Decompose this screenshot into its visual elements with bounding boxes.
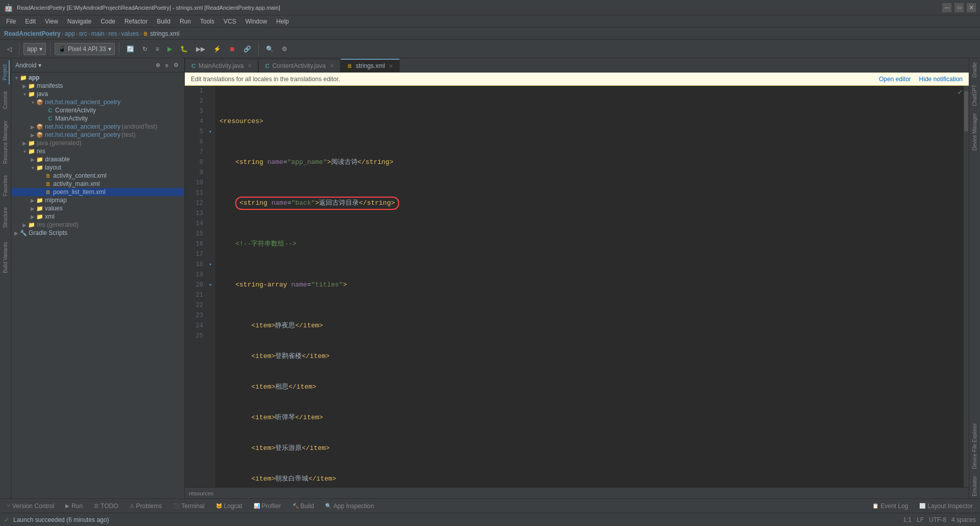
menu-tools[interactable]: Tools xyxy=(196,17,218,26)
sidebar-item-commit[interactable]: Commit xyxy=(2,87,9,113)
tree-item-net-test[interactable]: ▶ 📦 net.hxl.read_ancient_poetry (test) xyxy=(11,131,184,139)
sidebar-item-favorites[interactable]: Favorites xyxy=(2,171,9,200)
tab-strings-xml-close[interactable]: ✕ xyxy=(389,63,393,69)
sidebar-item-device-manager[interactable]: Device Manager xyxy=(971,111,978,153)
toolbar: ◁ app ▾ 📱 Pixel 4 API 33 ▾ 🔄 ↻ ≡ ▶ 🐛 ▶▶ … xyxy=(0,40,980,58)
minimize-button[interactable]: ─ xyxy=(942,3,951,12)
status-position[interactable]: 1:1 xyxy=(903,516,912,523)
path-project[interactable]: ReadAncientPoetry xyxy=(4,30,61,37)
tree-item-net-main[interactable]: ▾ 📦 net.hxl.read_ancient_poetry xyxy=(11,98,184,106)
fold-arrow-17[interactable]: ▾ xyxy=(207,261,213,268)
tab-main-activity[interactable]: C MainActivity.java ✕ xyxy=(185,59,258,72)
tree-item-res[interactable]: ▾ 📁 res xyxy=(11,147,184,155)
tree-item-mipmap[interactable]: ▶ 📁 mipmap xyxy=(11,196,184,204)
close-button[interactable]: ✕ xyxy=(967,3,976,12)
bottom-tab-logcat[interactable]: 🐱 Logcat xyxy=(211,500,248,512)
sidebar-item-gradle[interactable]: Gradle xyxy=(971,60,978,80)
bottom-tab-version-control[interactable]: ⑂ Version Control xyxy=(2,500,59,512)
profile-button[interactable]: ⚡ xyxy=(210,44,224,54)
search-everywhere-button[interactable]: 🔍 xyxy=(263,44,277,54)
tree-item-activity-main-xml[interactable]: ▶ 🗎 activity_main.xml xyxy=(11,180,184,188)
path-app[interactable]: app xyxy=(65,30,75,37)
debug-button[interactable]: 🐛 xyxy=(177,44,191,54)
menu-build[interactable]: Build xyxy=(153,17,175,26)
status-indent[interactable]: 4 spaces xyxy=(951,516,976,523)
menu-edit[interactable]: Edit xyxy=(21,17,40,26)
options-button[interactable]: ⚙ xyxy=(172,61,180,69)
sidebar-item-project[interactable]: Project xyxy=(1,60,10,84)
bottom-tab-event-log[interactable]: 📋 Event Log xyxy=(867,500,913,512)
tree-item-res-gen[interactable]: ▶ 📁 res (generated) xyxy=(11,221,184,229)
menu-run[interactable]: Run xyxy=(176,17,195,26)
build-variants-button[interactable]: ≡ xyxy=(153,44,162,54)
code-content[interactable]: <resources> <string name="app_name">阅读古诗… xyxy=(215,86,964,487)
bottom-tab-problems[interactable]: ⚠ Problems xyxy=(125,500,167,512)
back-navigation-button[interactable]: ◁ xyxy=(4,44,15,54)
menu-help[interactable]: Help xyxy=(272,17,293,26)
menu-file[interactable]: File xyxy=(2,17,20,26)
sidebar-item-structure[interactable]: Structure xyxy=(2,203,9,232)
scrollbar-vertical[interactable] xyxy=(964,86,969,487)
fold-arrow-5[interactable]: ▾ xyxy=(207,129,213,135)
path-values[interactable]: values xyxy=(121,30,139,37)
stop-button[interactable]: ⏹ xyxy=(226,44,238,54)
menu-view[interactable]: View xyxy=(41,17,62,26)
bottom-tab-layout-inspector[interactable]: ⬜ Layout Inspector xyxy=(914,500,978,512)
tab-content-activity[interactable]: C ContentActivity.java ✕ xyxy=(258,59,340,72)
maximize-button[interactable]: ▭ xyxy=(954,3,964,12)
tree-item-activity-content-xml[interactable]: ▶ 🗎 activity_content.xml xyxy=(11,172,184,180)
menu-code[interactable]: Code xyxy=(96,17,119,26)
run-button[interactable]: ▶ xyxy=(164,44,175,54)
path-main[interactable]: main xyxy=(91,30,105,37)
menu-vcs[interactable]: VCS xyxy=(219,17,240,26)
sidebar-item-device-file-explorer[interactable]: Device File Explorer xyxy=(971,421,978,471)
tree-item-xml[interactable]: ▶ 📁 xml xyxy=(11,212,184,221)
sidebar-item-resource-manager[interactable]: Resource Manager xyxy=(2,116,9,168)
menu-navigate[interactable]: Navigate xyxy=(63,17,95,26)
settings-button[interactable]: ⚙ xyxy=(279,44,290,54)
profiler-label: Profiler xyxy=(262,503,281,510)
tree-item-main-activity[interactable]: ▶ C MainActivity xyxy=(11,114,184,123)
tab-strings-xml[interactable]: 🗎 strings.xml ✕ xyxy=(340,59,400,72)
sidebar-item-emulator[interactable]: Emulator xyxy=(971,474,978,498)
refresh-button[interactable]: ↻ xyxy=(139,44,151,54)
sidebar-item-chatgpt[interactable]: ChatGPT xyxy=(971,83,978,108)
sync-button[interactable]: 🔄 xyxy=(124,44,137,54)
tree-item-values[interactable]: ▶ 📁 values xyxy=(11,204,184,212)
tree-item-java[interactable]: ▾ 📁 java xyxy=(11,90,184,98)
bottom-tab-build[interactable]: 🔨 Build xyxy=(287,500,320,512)
tree-item-app[interactable]: ▾ 📁 app xyxy=(11,74,184,82)
tree-item-poem-list-item-xml[interactable]: ▶ 🗎 poem_list_item.xml xyxy=(11,188,184,196)
sidebar-item-build-variants[interactable]: Build Variants xyxy=(2,238,9,277)
tab-main-activity-close[interactable]: ✕ xyxy=(248,63,252,68)
bottom-tab-todo[interactable]: ☰ TODO xyxy=(89,500,123,512)
run-config-dropdown[interactable]: app ▾ xyxy=(23,43,46,55)
tree-item-content-activity[interactable]: ▶ C ContentActivity xyxy=(11,106,184,114)
tree-item-net-android-test[interactable]: ▶ 📦 net.hxl.read_ancient_poetry (android… xyxy=(11,123,184,131)
menu-window[interactable]: Window xyxy=(241,17,272,26)
bottom-tab-terminal[interactable]: ⬛ Terminal xyxy=(168,500,209,512)
tree-item-gradle-scripts[interactable]: ▶ 🔧 Gradle Scripts xyxy=(11,229,184,237)
tree-item-layout[interactable]: ▾ 📁 layout xyxy=(11,163,184,172)
path-res[interactable]: res xyxy=(109,30,117,37)
scrollbar-thumb[interactable] xyxy=(964,91,968,132)
tree-item-java-gen[interactable]: ▶ 📁 java (generated) xyxy=(11,139,184,147)
run-with-coverage-button[interactable]: ▶▶ xyxy=(193,44,208,54)
tab-content-activity-close[interactable]: ✕ xyxy=(330,63,334,68)
fold-arrow-19[interactable]: ▾ xyxy=(207,282,213,288)
hide-notification-link[interactable]: Hide notification xyxy=(919,76,963,83)
open-editor-link[interactable]: Open editor xyxy=(879,76,911,83)
bottom-tab-run[interactable]: ▶ Run xyxy=(60,500,88,512)
status-lf[interactable]: LF xyxy=(917,516,924,523)
collapse-all-button[interactable]: ≡ xyxy=(164,62,170,69)
status-encoding[interactable]: UTF-8 xyxy=(929,516,946,523)
tree-item-drawable[interactable]: ▶ 📁 drawable xyxy=(11,155,184,163)
menu-refactor[interactable]: Refactor xyxy=(120,17,152,26)
device-dropdown[interactable]: 📱 Pixel 4 API 33 ▾ xyxy=(55,43,115,55)
bottom-tab-profiler[interactable]: 📊 Profiler xyxy=(249,500,286,512)
attach-debugger-button[interactable]: 🔗 xyxy=(240,44,254,54)
path-src[interactable]: src xyxy=(79,30,87,37)
tree-item-manifests[interactable]: ▶ 📁 manifests xyxy=(11,82,184,90)
bottom-tab-app-inspection[interactable]: 🔍 App Inspection xyxy=(320,500,379,512)
scope-button[interactable]: ⊕ xyxy=(154,61,162,69)
